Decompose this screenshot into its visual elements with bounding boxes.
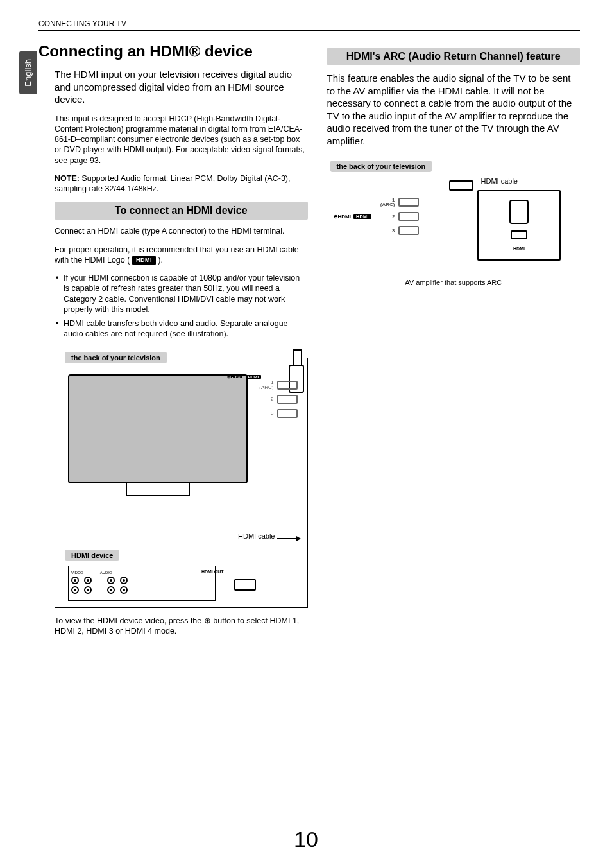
hdmi-panel: ⊕HDMI HDMI 1 (ARC) 2 3 [227, 374, 298, 419]
rca-jack-icon [120, 577, 128, 584]
arrow-icon [277, 538, 300, 539]
bullet-list: If your HDMI connection is capable of 10… [55, 273, 308, 340]
rca-jack-icon [107, 577, 115, 584]
body-para-2: Connect an HDMI cable (type A connector)… [55, 226, 308, 236]
rca-jack-icon [71, 586, 79, 594]
hdmi-out-plug-icon [234, 579, 256, 591]
hdmi-port-icon [277, 381, 298, 390]
hdmi-port-icon [398, 212, 419, 221]
port-label-3: 3 [262, 410, 274, 416]
diagram-tv-label: the back of your television [65, 352, 167, 363]
body-para-1: This input is designed to accept HDCP (H… [55, 114, 308, 166]
diagram-tv-label: the back of your television [330, 161, 432, 172]
language-tab: English [19, 51, 37, 94]
hdmi-panel: ⊕HDMI HDMI 1 (ARC) 2 3 [334, 196, 443, 236]
cable-label: HDMI cable [238, 532, 275, 540]
diagram-arc: the back of your television ⊕HDMI HDMI 1… [327, 160, 581, 286]
rca-jack-icon [84, 586, 92, 594]
hdmi-in-port-icon [511, 230, 527, 239]
hdmi-port-icon [277, 395, 298, 404]
diagram-hdmi-connection: the back of your television ⊕HDMI HDMI 1… [55, 358, 308, 608]
amplifier-caption: AV amplifier that supports ARC [327, 279, 581, 286]
rca-jack-icon [84, 577, 92, 584]
subheading-arc: HDMI's ARC (Audio Return Channel) featur… [327, 48, 581, 65]
hdmi-port-icon [398, 226, 419, 235]
right-column: HDMI's ARC (Audio Return Channel) featur… [327, 42, 581, 645]
hdmi-logo-icon: HDMI [132, 256, 156, 265]
rca-jack-icon [107, 586, 115, 594]
rca-jack-icon [120, 586, 128, 594]
tv-stand-illustration [126, 483, 190, 496]
hdmi-label: HDMI [513, 247, 525, 251]
tv-back-illustration [68, 374, 248, 483]
list-item: HDMI cable transfers both video and audi… [55, 318, 308, 340]
hdmi-device-illustration: VIDEO AUDIO [68, 566, 216, 601]
cable-label: HDMI cable [481, 177, 518, 185]
para4-before: To view the HDMI device video, press the [55, 616, 204, 625]
diagram-device-label: HDMI device [65, 550, 119, 561]
av-amplifier-illustration: HDMI [477, 190, 561, 261]
hdmi-logo-icon: HDMI [246, 375, 260, 379]
hdmi-port-icon [398, 198, 419, 207]
left-column: Connecting an HDMI® device The HDMI inpu… [55, 42, 308, 645]
port-label-2: 2 [262, 396, 274, 402]
port-label-2: 2 [384, 214, 395, 220]
list-item: If your HDMI connection is capable of 10… [55, 273, 308, 315]
note-body: Supported Audio format: Linear PCM, Dolb… [55, 174, 291, 193]
page-title: Connecting an HDMI® device [38, 42, 308, 60]
para3-after: ). [156, 256, 163, 265]
body-para-4: To view the HDMI device video, press the… [55, 616, 308, 637]
para3-before: For proper operation, it is recommended … [55, 245, 299, 265]
amplifier-icon [509, 200, 529, 224]
port-label-1: 1 (ARC) [259, 380, 273, 389]
input-source-icon: ⊕ [204, 616, 211, 625]
body-para-3: For proper operation, it is recommended … [55, 245, 308, 266]
hdmi-label: ⊕HDMI [227, 374, 242, 379]
audio-label: AUDIO [100, 571, 112, 575]
page-header: CONNECTING YOUR TV [38, 19, 580, 31]
page-number: 10 [0, 827, 612, 852]
intro-text: The HDMI input on your television receiv… [55, 68, 308, 106]
hdmi-plug-icon [449, 180, 473, 191]
note-label: NOTE: [55, 174, 80, 183]
rca-jack-icon [71, 577, 79, 584]
port-label-1: 1 (ARC) [380, 198, 395, 207]
video-label: VIDEO [71, 571, 83, 575]
subheading-connect: To connect an HDMI device [55, 202, 308, 220]
hdmi-port-icon [277, 409, 298, 418]
port-label-3: 3 [384, 228, 395, 234]
arc-description: This feature enables the audio signal of… [327, 72, 581, 147]
hdmi-label: ⊕HDMI [334, 214, 351, 220]
note-text: NOTE: Supported Audio format: Linear PCM… [55, 173, 308, 195]
hdmi-logo-icon: HDMI [353, 214, 371, 219]
hdmi-out-label: HDMI OUT [201, 569, 224, 574]
